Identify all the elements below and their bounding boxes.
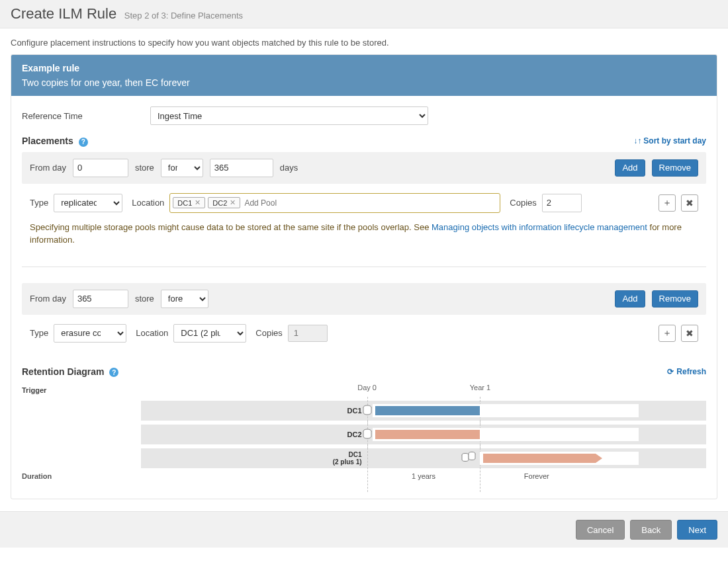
tick-day0: Day 0: [357, 384, 377, 391]
duration-label: Duration: [22, 472, 141, 483]
type-label: Type: [30, 198, 48, 208]
pool-tag-dc2[interactable]: DC2 ✕: [208, 197, 240, 208]
from-day-label: From day: [30, 163, 66, 173]
rule-banner-title: Example rule: [22, 63, 706, 73]
store-mode-select[interactable]: forever: [161, 290, 208, 308]
rule-banner: Example rule Two copies for one year, th…: [11, 55, 717, 96]
location-pool-box[interactable]: DC1 ✕ DC2 ✕: [169, 193, 500, 213]
type-label: Type: [30, 328, 48, 338]
trigger-label: Trigger: [22, 384, 141, 397]
page-title: Create ILM Rule: [11, 5, 116, 22]
storage-icon: [362, 405, 373, 417]
tick-year1: Year 1: [470, 384, 490, 391]
days-label: days: [280, 163, 298, 173]
back-button[interactable]: Back: [630, 520, 672, 540]
retention-diagram: Trigger Day 0 Year 1 DC1: [22, 384, 706, 488]
next-button[interactable]: Next: [677, 520, 717, 540]
sort-by-start-day-link[interactable]: ↓↑Sort by start day: [633, 136, 706, 145]
from-day-input[interactable]: [73, 159, 128, 177]
help-icon[interactable]: ?: [79, 138, 88, 147]
page-header: Create ILM Rule Step 2 of 3: Define Plac…: [0, 0, 728, 28]
reference-time-label: Reference Time: [22, 111, 144, 121]
storage-icon: [362, 429, 373, 440]
store-label: store: [135, 163, 154, 173]
store-label: store: [135, 294, 154, 304]
add-pool-input[interactable]: [243, 196, 497, 210]
placement-block-0: From day store for days Add Remove: [22, 152, 706, 251]
rule-banner-desc: Two copies for one year, then EC forever: [22, 77, 706, 88]
location-label: Location: [132, 198, 164, 208]
help-icon[interactable]: ?: [109, 368, 118, 377]
arrow-right-icon: [596, 454, 602, 463]
diagram-row-dc1: DC1: [22, 401, 706, 421]
pool-tag-dc1[interactable]: DC1 ✕: [173, 197, 205, 208]
add-copy-button[interactable]: ＋: [659, 194, 676, 212]
storage-icon: [461, 452, 477, 465]
instruction-text: Configure placement instructions to spec…: [0, 28, 728, 54]
type-select[interactable]: replicated: [54, 194, 122, 212]
add-button[interactable]: Add: [615, 290, 645, 308]
copies-input[interactable]: [542, 194, 582, 212]
reference-time-row: Reference Time Ingest Time: [22, 106, 706, 125]
remove-copy-button[interactable]: ✖: [681, 194, 698, 212]
from-day-input[interactable]: [73, 290, 128, 308]
reference-time-select[interactable]: Ingest Time: [150, 106, 428, 125]
diagram-row-dc2: DC2: [22, 425, 706, 444]
main-panel: Example rule Two copies for one year, th…: [11, 54, 717, 499]
placement-head: From day store for days Add Remove: [22, 152, 706, 184]
page-subtitle: Step 2 of 3: Define Placements: [124, 11, 243, 21]
copies-readonly: 1: [288, 325, 328, 342]
note-link[interactable]: Managing objects with information lifecy…: [432, 222, 647, 232]
close-icon[interactable]: ✕: [230, 198, 236, 207]
diagram-row-dc1-ec: DC1(2 plus 1): [22, 448, 706, 468]
duration-second: Forever: [524, 472, 549, 480]
copies-label: Copies: [255, 328, 282, 338]
sort-icon: ↓↑: [633, 136, 641, 145]
footer-bar: Cancel Back Next: [0, 511, 728, 548]
refresh-link[interactable]: Refresh: [667, 367, 706, 376]
diagram-row-label: DC1(2 plus 1): [333, 451, 362, 466]
placements-heading: Placements: [22, 136, 73, 146]
store-mode-select[interactable]: for: [161, 159, 203, 177]
retention-heading-row: Retention Diagram ? Refresh: [22, 366, 706, 378]
from-day-label: From day: [30, 294, 66, 304]
remove-button[interactable]: Remove: [652, 290, 698, 308]
type-select[interactable]: erasure coded: [54, 324, 126, 343]
placement-head: From day store forever Add Remove: [22, 283, 706, 315]
placement-block-1: From day store forever Add Remove Type: [22, 283, 706, 347]
pool-overlap-note: Specifying multiple storage pools might …: [30, 221, 698, 247]
retention-heading: Retention Diagram: [22, 366, 104, 377]
diagram-row-label: DC2: [347, 431, 362, 438]
divider: [22, 267, 706, 267]
close-icon[interactable]: ✕: [195, 198, 201, 207]
duration-first: 1 years: [412, 472, 435, 480]
copies-label: Copies: [510, 198, 536, 208]
location-label: Location: [136, 328, 168, 338]
add-button[interactable]: Add: [615, 159, 645, 177]
cancel-button[interactable]: Cancel: [576, 520, 625, 540]
placements-heading-row: Placements ? ↓↑Sort by start day: [22, 136, 706, 147]
for-days-input[interactable]: [210, 159, 273, 177]
location-select[interactable]: DC1 (2 plus 1): [173, 324, 246, 343]
remove-copy-button[interactable]: ✖: [681, 325, 698, 342]
add-copy-button[interactable]: ＋: [659, 325, 676, 342]
remove-button[interactable]: Remove: [652, 159, 698, 177]
diagram-row-label: DC1: [347, 407, 362, 415]
